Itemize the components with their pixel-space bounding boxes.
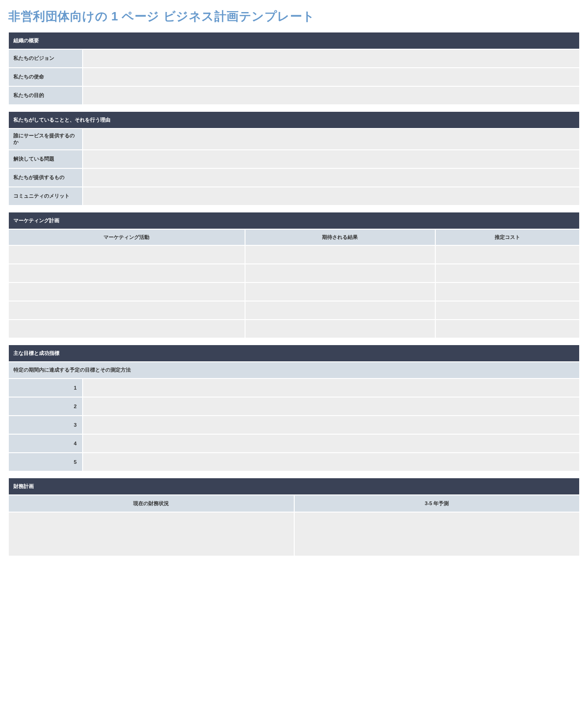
goal-value[interactable] — [83, 397, 580, 416]
marketing-cell[interactable] — [435, 264, 580, 282]
section-goals-header: 主な目標と成功指標 — [8, 345, 580, 362]
goal-number: 1 — [8, 378, 83, 397]
marketing-cell[interactable] — [245, 282, 435, 301]
finance-cell[interactable] — [294, 512, 580, 556]
what-row-value[interactable] — [83, 150, 580, 168]
org-row-label: 私たちの使命 — [8, 68, 83, 86]
goal-value[interactable] — [83, 416, 580, 434]
section-org-header: 組織の概要 — [8, 32, 580, 49]
goal-number: 5 — [8, 453, 83, 471]
marketing-col-header: マーケティング活動 — [8, 229, 245, 245]
what-row-label: コミュニティのメリット — [8, 187, 83, 205]
section-goals: 主な目標と成功指標 特定の期間内に達成する予定の目標とその測定方法 1 2 3 … — [8, 345, 580, 471]
goal-value[interactable] — [83, 434, 580, 453]
org-row-value[interactable] — [83, 49, 580, 68]
section-org: 組織の概要 私たちのビジョン 私たちの使命 私たちの目的 — [8, 32, 580, 105]
marketing-cell[interactable] — [245, 245, 435, 264]
finance-col-header: 現在の財務状況 — [8, 495, 294, 512]
marketing-col-header: 期待される結果 — [245, 229, 435, 245]
goal-number: 2 — [8, 397, 83, 416]
what-row-label: 私たちが提供するもの — [8, 168, 83, 187]
what-row-label: 解決している問題 — [8, 150, 83, 168]
marketing-cell[interactable] — [245, 301, 435, 320]
section-what-header: 私たちがしていることと、それを行う理由 — [8, 111, 580, 128]
what-row-value[interactable] — [83, 128, 580, 150]
org-row-value[interactable] — [83, 68, 580, 86]
org-row-label: 私たちの目的 — [8, 86, 83, 105]
goal-value[interactable] — [83, 453, 580, 471]
marketing-col-header: 推定コスト — [435, 229, 580, 245]
marketing-cell[interactable] — [245, 264, 435, 282]
marketing-cell[interactable] — [8, 320, 245, 338]
marketing-cell[interactable] — [245, 320, 435, 338]
what-row-value[interactable] — [83, 187, 580, 205]
marketing-cell[interactable] — [8, 282, 245, 301]
section-finance-header: 財務計画 — [8, 478, 580, 495]
org-row-label: 私たちのビジョン — [8, 49, 83, 68]
marketing-cell[interactable] — [435, 301, 580, 320]
marketing-cell[interactable] — [435, 282, 580, 301]
marketing-cell[interactable] — [8, 264, 245, 282]
finance-col-header: 3-5 年予測 — [294, 495, 580, 512]
marketing-cell[interactable] — [435, 245, 580, 264]
page-title: 非営利団体向けの 1 ページ ビジネス計画テンプレート — [8, 8, 580, 25]
goals-subheader: 特定の期間内に達成する予定の目標とその測定方法 — [8, 362, 580, 378]
finance-cell[interactable] — [8, 512, 294, 556]
marketing-cell[interactable] — [8, 245, 245, 264]
section-finance: 財務計画 現在の財務状況 3-5 年予測 — [8, 478, 580, 556]
goal-number: 3 — [8, 416, 83, 434]
goal-value[interactable] — [83, 378, 580, 397]
marketing-cell[interactable] — [435, 320, 580, 338]
section-what: 私たちがしていることと、それを行う理由 誰にサービスを提供するのか 解決している… — [8, 111, 580, 205]
org-row-value[interactable] — [83, 86, 580, 105]
marketing-cell[interactable] — [8, 301, 245, 320]
section-marketing-header: マーケティング計画 — [8, 212, 580, 229]
what-row-label: 誰にサービスを提供するのか — [8, 128, 83, 150]
section-marketing: マーケティング計画 マーケティング活動 期待される結果 推定コスト — [8, 212, 580, 338]
what-row-value[interactable] — [83, 168, 580, 187]
goal-number: 4 — [8, 434, 83, 453]
